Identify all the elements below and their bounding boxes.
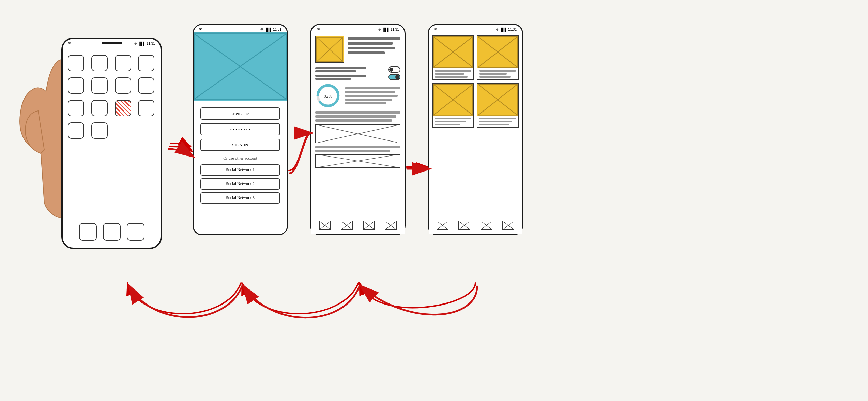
username-field[interactable]: username <box>200 107 280 120</box>
dock-icon-1[interactable] <box>79 223 97 241</box>
text-line-4 <box>348 51 385 54</box>
g4-l2 <box>479 121 512 122</box>
g1-l1 <box>435 70 471 72</box>
app-icon-7[interactable] <box>115 77 131 94</box>
social-network-3-button[interactable]: Social Network 3 <box>200 192 280 204</box>
nav4-icon-4[interactable] <box>502 221 514 230</box>
wifi-icon4: 令 <box>496 27 499 32</box>
battery4: ▐▌▌ <box>500 28 507 31</box>
nav4-icon-2[interactable] <box>458 221 470 230</box>
phone4-gallery: ✉ 令 ▐▌▌ 11:31 <box>428 24 523 235</box>
app-icon-empty <box>115 122 131 139</box>
gallery-item-3[interactable] <box>432 83 474 128</box>
app-icon-10[interactable] <box>91 100 108 116</box>
nav4-icon-3[interactable] <box>481 221 492 230</box>
battery3: ▐▌▌ <box>382 28 390 31</box>
app-icon-8[interactable] <box>138 77 154 94</box>
toggle-1-dot <box>389 68 393 72</box>
g3-l3 <box>435 124 460 125</box>
time-display: 11:31 <box>147 42 155 45</box>
gallery-grid <box>429 32 522 131</box>
login-hero-image <box>194 32 287 101</box>
app-icon-6[interactable] <box>91 77 108 94</box>
status-message-icon4: ✉ <box>434 27 437 32</box>
gallery-item-2[interactable] <box>477 35 519 80</box>
g2-l2 <box>479 73 507 75</box>
t1-line2 <box>315 70 356 72</box>
toggle2-lines <box>315 75 366 80</box>
phone1-dock <box>79 223 144 241</box>
app-icon-3[interactable] <box>115 55 131 71</box>
app-icon-13[interactable] <box>68 122 84 139</box>
main-scene: ✉ 令 ▐▌▌ 11:31 <box>0 0 868 401</box>
p-line-1 <box>345 87 400 89</box>
phone4-statusbar: ✉ 令 ▐▌▌ 11:31 <box>429 25 522 32</box>
c2-line-2 <box>315 150 390 152</box>
time2: 11:31 <box>273 28 281 31</box>
toggle-2[interactable] <box>388 74 400 80</box>
phone3-statusbar: ✉ 令 ▐▌▌ 11:31 <box>311 25 405 32</box>
social-network-1-button[interactable]: Social Network 1 <box>200 164 280 176</box>
g1-l3 <box>435 76 468 78</box>
progress-text-lines <box>345 87 400 104</box>
gallery-item-1[interactable] <box>432 35 474 80</box>
app-icon-14[interactable] <box>91 122 108 139</box>
content-lines-2 <box>315 146 400 152</box>
phone3-bottom-nav <box>311 216 405 234</box>
g3-l2 <box>435 121 466 122</box>
app-icon-9[interactable] <box>68 100 84 116</box>
c-line-3 <box>315 119 392 122</box>
status-icons3: 令 ▐▌▌ 11:31 <box>378 27 399 32</box>
toggle-2-dot <box>395 75 399 79</box>
nav-icon-1[interactable] <box>319 221 331 230</box>
app-icon-1[interactable] <box>68 55 84 71</box>
text-line-2 <box>348 42 393 45</box>
gallery-image-4 <box>477 84 518 116</box>
dashboard-content: 92% <box>311 32 405 174</box>
app-icon-highlighted[interactable] <box>115 100 131 116</box>
status-icons2: 令 ▐▌▌ 11:31 <box>260 27 281 32</box>
status-message-icon2: ✉ <box>199 27 202 32</box>
app-icon-12[interactable] <box>138 100 154 116</box>
status-message-icon3: ✉ <box>317 27 320 32</box>
p-line-4 <box>345 99 392 101</box>
app-icon-4[interactable] <box>138 55 154 71</box>
nav-icon-4[interactable] <box>385 221 397 230</box>
app-icon-5[interactable] <box>68 77 84 94</box>
g3-l1 <box>435 118 471 119</box>
progress-chart: 92% <box>315 83 341 108</box>
battery2: ▐▌▌ <box>265 28 272 31</box>
gallery-image-1 <box>433 36 473 68</box>
g2-l1 <box>479 70 516 72</box>
hand-phone-container: ✉ 令 ▐▌▌ 11:31 <box>0 17 191 375</box>
svg-rect-4 <box>194 33 287 100</box>
password-field[interactable]: • • • • • • • • <box>200 123 280 135</box>
toggle-1[interactable] <box>388 66 400 73</box>
progress-section: 92% <box>315 83 400 108</box>
nav-icon-3[interactable] <box>363 221 375 230</box>
signin-button[interactable]: SIGN IN <box>200 139 280 151</box>
social-network-2-button[interactable]: Social Network 2 <box>200 178 280 190</box>
status-icons: 令 ▐▌▌ 11:31 <box>134 41 155 46</box>
dock-icon-3[interactable] <box>127 223 144 241</box>
dock-icon-2[interactable] <box>103 223 121 241</box>
gallery-item-4[interactable] <box>477 83 519 128</box>
g1-l2 <box>435 73 464 75</box>
gallery-lines-1 <box>433 68 473 79</box>
c2-line-1 <box>315 146 400 148</box>
app-grid <box>63 48 161 146</box>
svg-rect-5 <box>194 34 286 99</box>
toggle-row-2 <box>315 74 400 80</box>
nav4-icon-1[interactable] <box>437 221 448 230</box>
t1-line1 <box>315 67 366 69</box>
app-icon-2[interactable] <box>91 55 108 71</box>
nav-icon-2[interactable] <box>341 221 353 230</box>
toggle-row-1 <box>315 66 400 73</box>
gallery-lines-4 <box>477 116 518 127</box>
gallery-image-2 <box>477 36 518 68</box>
g4-l3 <box>479 124 509 125</box>
svg-line-7 <box>194 34 286 99</box>
phone2-login: ✉ 令 ▐▌▌ 11:31 username • • • • • • • • S… <box>193 24 288 235</box>
p-line-2 <box>345 91 395 93</box>
dashboard-image-placeholder <box>315 36 344 63</box>
